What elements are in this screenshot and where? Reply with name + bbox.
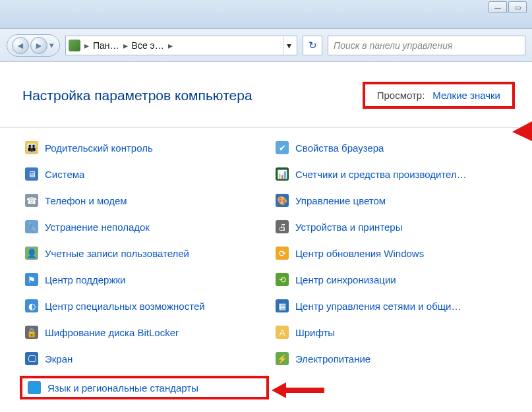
item-label: Свойства браузера: [295, 142, 384, 154]
view-selector-highlight: Просмотр: Мелкие значки: [363, 82, 515, 109]
item-label: Центр обновления Windows: [295, 248, 424, 259]
item-bitlocker[interactable]: 🔒Шифрование диска BitLocker: [22, 324, 266, 340]
item-windows-update[interactable]: ⟳Центр обновления Windows: [273, 245, 517, 261]
item-user-accounts-icon: 👤: [25, 247, 38, 260]
divider: [0, 127, 532, 128]
item-network-sharing-icon: ▦: [276, 299, 289, 312]
maximize-button[interactable]: ▭: [508, 1, 527, 13]
item-fonts-icon: A: [276, 326, 289, 339]
item-phone-modem[interactable]: ☎Телефон и модем: [22, 192, 266, 208]
address-dropdown-icon[interactable]: ▾: [283, 36, 294, 55]
search-placeholder: Поиск в панели управления: [334, 40, 452, 51]
item-troubleshoot[interactable]: 🔧Устранение неполадок: [22, 219, 266, 235]
window-chrome: — ▭: [0, 0, 532, 29]
refresh-button[interactable]: ↻: [303, 36, 322, 55]
content-area: Настройка параметров компьютера Просмотр…: [0, 62, 532, 412]
control-panel-icon: [69, 40, 80, 51]
breadcrumb-part[interactable]: Пан…: [93, 40, 119, 51]
item-label: Телефон и модем: [45, 195, 127, 206]
item-troubleshoot-icon: 🔧: [25, 220, 38, 233]
item-performance[interactable]: 📊Счетчики и средства производител…: [273, 166, 517, 182]
page-title: Настройка параметров компьютера: [22, 88, 252, 103]
item-sync-center[interactable]: ⟲Центр синхронизации: [273, 272, 517, 287]
item-devices-printers-icon: 🖨: [276, 220, 289, 233]
item-devices-printers[interactable]: 🖨Устройства и принтеры: [273, 219, 517, 235]
highlight-box: 🌐Язык и региональные стандарты: [20, 376, 269, 399]
item-system[interactable]: 🖥Система: [22, 166, 266, 182]
item-fonts[interactable]: AШрифты: [273, 324, 517, 340]
back-button[interactable]: ◄: [12, 37, 29, 54]
item-ease-of-access[interactable]: ◐Центр специальных возможностей: [22, 298, 266, 314]
item-parental-control-icon: 👪: [25, 141, 38, 154]
forward-button[interactable]: ►: [30, 37, 47, 54]
breadcrumb-sep-icon: ▸: [122, 40, 129, 51]
item-label: Электропитание: [295, 353, 370, 365]
item-user-accounts[interactable]: 👤Учетные записи пользователей: [22, 245, 266, 261]
item-phone-modem-icon: ☎: [25, 194, 38, 207]
item-label: Учетные записи пользователей: [45, 248, 189, 259]
item-parental-control[interactable]: 👪Родительский контроль: [22, 140, 266, 156]
item-internet-options-icon: ✔: [276, 141, 289, 154]
nav-back-forward: ◄ ► ▾: [7, 34, 60, 57]
item-label: Центр синхронизации: [295, 274, 396, 285]
item-label: Управление цветом: [295, 195, 386, 206]
item-network-sharing[interactable]: ▦Центр управления сетями и общи…: [273, 298, 517, 314]
view-label: Просмотр:: [377, 90, 425, 101]
minimize-button[interactable]: —: [488, 1, 507, 13]
item-region-language[interactable]: 🌐Язык и региональные стандарты: [25, 380, 264, 396]
item-bitlocker-icon: 🔒: [25, 326, 38, 339]
item-label: Центр управления сетями и общи…: [295, 301, 461, 312]
item-label: Язык и региональные стандарты: [47, 382, 198, 394]
item-action-center[interactable]: ⚑Центр поддержки: [22, 272, 266, 287]
nav-history-dropdown[interactable]: ▾: [48, 40, 55, 50]
item-color-mgmt[interactable]: 🎨Управление цветом: [273, 192, 517, 208]
item-internet-options[interactable]: ✔Свойства браузера: [273, 140, 517, 156]
item-label: Счетчики и средства производител…: [295, 169, 467, 180]
item-power-options[interactable]: ⚡Электропитание: [273, 351, 517, 367]
item-label: Центр поддержки: [45, 274, 125, 285]
address-bar[interactable]: ▸ Пан… ▸ Все э… ▸ ▾: [65, 36, 297, 55]
item-action-center-icon: ⚑: [25, 273, 38, 286]
item-system-icon: 🖥: [25, 167, 38, 181]
breadcrumb-sep-icon: ▸: [83, 40, 90, 51]
search-input[interactable]: Поиск в панели управления: [328, 36, 525, 55]
item-ease-of-access-icon: ◐: [25, 299, 38, 312]
item-display-icon: 🖵: [25, 352, 38, 365]
view-value[interactable]: Мелкие значки: [432, 90, 500, 101]
item-label: Шрифты: [295, 327, 335, 338]
item-label: Экран: [45, 353, 73, 365]
item-display[interactable]: 🖵Экран: [22, 351, 266, 367]
item-label: Шифрование диска BitLocker: [45, 327, 179, 338]
item-label: Система: [45, 169, 84, 180]
item-power-options-icon: ⚡: [276, 352, 289, 365]
item-label: Родительский контроль: [45, 142, 153, 154]
item-label: Устройства и принтеры: [295, 221, 402, 233]
nav-bar: ◄ ► ▾ ▸ Пан… ▸ Все э… ▸ ▾ ↻ Поиск в пане…: [0, 29, 532, 62]
item-performance-icon: 📊: [276, 167, 289, 181]
item-region-language-icon: 🌐: [28, 381, 41, 394]
breadcrumb-part[interactable]: Все э…: [132, 40, 164, 51]
item-windows-update-icon: ⟳: [276, 247, 289, 260]
item-label: Устранение неполадок: [45, 221, 150, 233]
item-sync-center-icon: ⟲: [276, 273, 289, 286]
item-color-mgmt-icon: 🎨: [276, 194, 289, 207]
item-label: Центр специальных возможностей: [45, 301, 205, 312]
breadcrumb-sep-icon: ▸: [167, 40, 174, 51]
